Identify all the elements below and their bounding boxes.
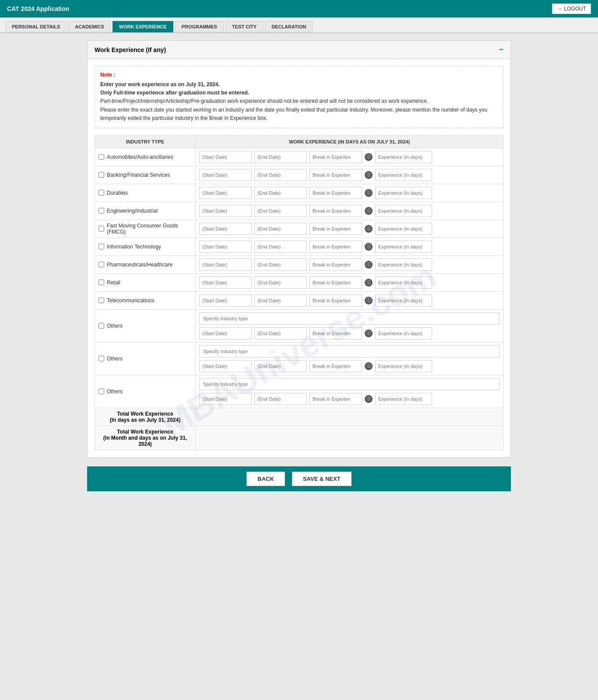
break-input[interactable] xyxy=(310,205,362,217)
start-date-input[interactable] xyxy=(199,327,252,340)
industry-label: Durables xyxy=(98,190,192,196)
end-date-input[interactable] xyxy=(254,241,307,253)
experience-days-input[interactable] xyxy=(375,294,432,307)
industry-label: Pharmaceuticals/Healthcare xyxy=(98,262,192,268)
industry-checkbox[interactable] xyxy=(98,298,104,303)
info-button[interactable]: ⓘ xyxy=(365,243,373,251)
start-date-input[interactable] xyxy=(199,205,252,217)
experience-days-input[interactable] xyxy=(375,205,432,217)
experience-row: ⓘ xyxy=(199,393,500,405)
info-button[interactable]: ⓘ xyxy=(365,395,373,403)
start-date-input[interactable] xyxy=(199,360,252,372)
break-input[interactable] xyxy=(310,294,362,307)
industry-label: Automobiles/Auto-ancillaries xyxy=(98,154,192,160)
break-input[interactable] xyxy=(310,151,362,163)
section-header: Work Experience (If any) − xyxy=(88,41,510,59)
experience-row: ⓘ xyxy=(199,294,500,307)
experience-row: ⓘ xyxy=(199,223,500,235)
end-date-input[interactable] xyxy=(254,187,307,199)
table-row: Pharmaceuticals/Healthcare ⓘ xyxy=(95,256,503,273)
info-button[interactable]: ⓘ xyxy=(365,261,373,269)
end-date-input[interactable] xyxy=(254,151,307,163)
industry-checkbox[interactable] xyxy=(98,226,104,231)
tab-personal-details[interactable]: PERSONAL DETAILS xyxy=(5,21,67,32)
start-date-input[interactable] xyxy=(199,259,252,271)
tab-work-experience[interactable]: WORK EXPERIENCE xyxy=(113,21,173,32)
industry-checkbox[interactable] xyxy=(98,190,104,196)
experience-days-input[interactable] xyxy=(375,276,432,289)
experience-days-input[interactable] xyxy=(375,360,432,372)
others-checkbox[interactable] xyxy=(98,323,104,329)
start-date-input[interactable] xyxy=(199,187,252,199)
others-checkbox[interactable] xyxy=(98,356,104,361)
industry-checkbox[interactable] xyxy=(98,208,104,214)
end-date-input[interactable] xyxy=(254,223,307,235)
break-input[interactable] xyxy=(310,169,362,181)
break-input[interactable] xyxy=(310,276,362,289)
start-date-input[interactable] xyxy=(199,169,252,181)
end-date-input[interactable] xyxy=(254,360,307,372)
industry-checkbox[interactable] xyxy=(98,280,104,285)
experience-row: ⓘ xyxy=(199,151,500,163)
others-checkbox[interactable] xyxy=(98,388,104,394)
industry-name: Information Technology xyxy=(107,244,161,250)
info-button[interactable]: ⓘ xyxy=(365,207,373,215)
experience-days-input[interactable] xyxy=(375,327,432,340)
industry-checkbox[interactable] xyxy=(98,172,104,178)
info-button[interactable]: ⓘ xyxy=(365,329,373,337)
save-next-button[interactable]: SAVE & NEXT xyxy=(292,472,352,486)
experience-row: ⓘ xyxy=(199,169,500,181)
info-button[interactable]: ⓘ xyxy=(365,362,373,370)
break-input[interactable] xyxy=(310,223,362,235)
tab-test-city[interactable]: TEST CITY xyxy=(225,21,263,32)
break-input[interactable] xyxy=(310,241,362,253)
start-date-input[interactable] xyxy=(199,294,252,307)
info-button[interactable]: ⓘ xyxy=(365,171,373,179)
industry-checkbox[interactable] xyxy=(98,262,104,267)
back-button[interactable]: BACK xyxy=(246,472,285,486)
end-date-input[interactable] xyxy=(254,169,307,181)
info-button[interactable]: ⓘ xyxy=(365,279,373,287)
specify-industry-input[interactable] xyxy=(199,312,500,325)
end-date-input[interactable] xyxy=(254,205,307,217)
end-date-input[interactable] xyxy=(254,294,307,307)
start-date-input[interactable] xyxy=(199,151,252,163)
total-label: Total Work Experience(In Month and days … xyxy=(95,426,196,450)
experience-days-input[interactable] xyxy=(375,223,432,235)
industry-checkbox[interactable] xyxy=(98,244,104,249)
break-input[interactable] xyxy=(310,259,362,271)
experience-days-input[interactable] xyxy=(375,187,432,199)
tab-programmes[interactable]: PROGRAMMES xyxy=(175,21,224,32)
experience-days-input[interactable] xyxy=(375,259,432,271)
break-input[interactable] xyxy=(310,393,362,405)
industry-name: Engineering/Industrial xyxy=(107,208,158,214)
end-date-input[interactable] xyxy=(254,276,307,289)
experience-days-input[interactable] xyxy=(375,151,432,163)
experience-days-input[interactable] xyxy=(375,393,432,405)
info-button[interactable]: ⓘ xyxy=(365,225,373,233)
section-toggle-icon[interactable]: − xyxy=(499,45,503,54)
start-date-input[interactable] xyxy=(199,276,252,289)
logout-button[interactable]: → LOGOUT xyxy=(552,4,591,14)
total-row: Total Work Experience(In days as on July… xyxy=(95,408,503,426)
tab-declaration[interactable]: DECLARATION xyxy=(265,21,313,32)
specify-industry-input[interactable] xyxy=(199,345,500,357)
start-date-input[interactable] xyxy=(199,393,252,405)
specify-industry-input[interactable] xyxy=(199,378,500,390)
break-input[interactable] xyxy=(310,187,362,199)
industry-checkbox[interactable] xyxy=(98,154,104,160)
end-date-input[interactable] xyxy=(254,259,307,271)
end-date-input[interactable] xyxy=(254,327,307,340)
info-button[interactable]: ⓘ xyxy=(365,153,373,161)
break-input[interactable] xyxy=(310,360,362,372)
break-input[interactable] xyxy=(310,327,362,340)
info-button[interactable]: ⓘ xyxy=(365,189,373,197)
experience-days-input[interactable] xyxy=(375,169,432,181)
industry-label: Fast Moving Consumer Goods (FMCG) xyxy=(98,223,192,235)
experience-days-input[interactable] xyxy=(375,241,432,253)
info-button[interactable]: ⓘ xyxy=(365,297,373,304)
start-date-input[interactable] xyxy=(199,241,252,253)
end-date-input[interactable] xyxy=(254,393,307,405)
tab-academics[interactable]: ACADEMICS xyxy=(68,21,111,32)
start-date-input[interactable] xyxy=(199,223,252,235)
